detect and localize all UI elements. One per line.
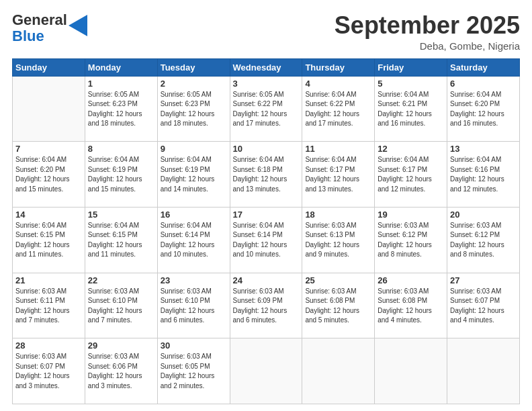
- day-number: 9: [161, 144, 227, 154]
- calendar-cell: 29Sunrise: 6:03 AMSunset: 6:06 PMDayligh…: [85, 338, 157, 404]
- day-info: Sunrise: 6:03 AMSunset: 6:10 PMDaylight:…: [88, 287, 154, 326]
- calendar-week-4: 21Sunrise: 6:03 AMSunset: 6:11 PMDayligh…: [13, 273, 520, 338]
- day-info: Sunrise: 6:05 AMSunset: 6:22 PMDaylight:…: [233, 90, 300, 129]
- calendar-cell: [375, 338, 447, 404]
- logo: General Blue: [12, 12, 87, 44]
- calendar-cell: 4Sunrise: 6:04 AMSunset: 6:22 PMDaylight…: [302, 76, 375, 142]
- logo-general: General: [12, 11, 67, 28]
- day-number: 23: [161, 275, 227, 285]
- logo-icon: [69, 15, 87, 36]
- day-info: Sunrise: 6:03 AMSunset: 6:10 PMDaylight:…: [161, 287, 227, 326]
- calendar-cell: 17Sunrise: 6:04 AMSunset: 6:14 PMDayligh…: [230, 207, 302, 273]
- calendar-cell: 22Sunrise: 6:03 AMSunset: 6:10 PMDayligh…: [85, 273, 157, 338]
- day-info: Sunrise: 6:04 AMSunset: 6:15 PMDaylight:…: [88, 221, 154, 260]
- day-number: 27: [450, 275, 517, 285]
- calendar-cell: 6Sunrise: 6:04 AMSunset: 6:20 PMDaylight…: [447, 76, 520, 142]
- col-thursday: Thursday: [302, 58, 375, 76]
- day-info: Sunrise: 6:04 AMSunset: 6:16 PMDaylight:…: [450, 155, 517, 194]
- calendar-cell: 24Sunrise: 6:03 AMSunset: 6:09 PMDayligh…: [230, 273, 302, 338]
- day-number: 19: [378, 210, 444, 220]
- day-info: Sunrise: 6:04 AMSunset: 6:19 PMDaylight:…: [161, 155, 227, 194]
- calendar-cell: 14Sunrise: 6:04 AMSunset: 6:15 PMDayligh…: [13, 207, 85, 273]
- col-friday: Friday: [375, 58, 447, 76]
- day-info: Sunrise: 6:03 AMSunset: 6:08 PMDaylight:…: [305, 287, 371, 326]
- calendar-cell: 9Sunrise: 6:04 AMSunset: 6:19 PMDaylight…: [157, 142, 230, 208]
- day-number: 8: [88, 144, 154, 154]
- day-info: Sunrise: 6:03 AMSunset: 6:08 PMDaylight:…: [378, 287, 444, 326]
- day-info: Sunrise: 6:04 AMSunset: 6:19 PMDaylight:…: [88, 155, 154, 194]
- day-info: Sunrise: 6:03 AMSunset: 6:13 PMDaylight:…: [305, 221, 371, 260]
- day-info: Sunrise: 6:04 AMSunset: 6:17 PMDaylight:…: [378, 155, 444, 194]
- day-number: 17: [233, 210, 300, 220]
- day-number: 24: [233, 275, 300, 285]
- col-monday: Monday: [85, 58, 157, 76]
- calendar-cell: 16Sunrise: 6:04 AMSunset: 6:14 PMDayligh…: [157, 207, 230, 273]
- day-info: Sunrise: 6:03 AMSunset: 6:05 PMDaylight:…: [161, 352, 227, 391]
- day-number: 12: [378, 144, 444, 154]
- calendar-week-5: 28Sunrise: 6:03 AMSunset: 6:07 PMDayligh…: [13, 338, 520, 404]
- col-saturday: Saturday: [447, 58, 520, 76]
- calendar-cell: 20Sunrise: 6:03 AMSunset: 6:12 PMDayligh…: [447, 207, 520, 273]
- day-number: 20: [450, 210, 517, 220]
- calendar-cell: 12Sunrise: 6:04 AMSunset: 6:17 PMDayligh…: [375, 142, 447, 208]
- day-info: Sunrise: 6:04 AMSunset: 6:14 PMDaylight:…: [161, 221, 227, 260]
- page: General Blue September 2025 Deba, Gombe,…: [0, 0, 532, 411]
- day-info: Sunrise: 6:03 AMSunset: 6:07 PMDaylight:…: [450, 287, 517, 326]
- day-number: 29: [88, 340, 154, 351]
- calendar-week-2: 7Sunrise: 6:04 AMSunset: 6:20 PMDaylight…: [13, 142, 520, 208]
- day-info: Sunrise: 6:03 AMSunset: 6:11 PMDaylight:…: [15, 287, 82, 326]
- day-number: 3: [233, 79, 300, 89]
- day-number: 6: [450, 79, 517, 89]
- calendar-week-3: 14Sunrise: 6:04 AMSunset: 6:15 PMDayligh…: [13, 207, 520, 273]
- calendar-cell: 1Sunrise: 6:05 AMSunset: 6:23 PMDaylight…: [85, 76, 157, 142]
- calendar-cell: [230, 338, 302, 404]
- calendar-cell: 30Sunrise: 6:03 AMSunset: 6:05 PMDayligh…: [157, 338, 230, 404]
- calendar-cell: 10Sunrise: 6:04 AMSunset: 6:18 PMDayligh…: [230, 142, 302, 208]
- calendar-cell: 23Sunrise: 6:03 AMSunset: 6:10 PMDayligh…: [157, 273, 230, 338]
- calendar-cell: 21Sunrise: 6:03 AMSunset: 6:11 PMDayligh…: [13, 273, 85, 338]
- day-number: 14: [15, 210, 82, 220]
- day-info: Sunrise: 6:03 AMSunset: 6:09 PMDaylight:…: [233, 287, 300, 326]
- day-number: 13: [450, 144, 517, 154]
- logo-text: General Blue: [12, 12, 67, 44]
- day-number: 4: [305, 79, 371, 89]
- title-section: September 2025 Deba, Gombe, Nigeria: [335, 12, 520, 52]
- day-number: 5: [378, 79, 444, 89]
- day-number: 7: [15, 144, 82, 154]
- col-wednesday: Wednesday: [230, 58, 302, 76]
- day-info: Sunrise: 6:04 AMSunset: 6:22 PMDaylight:…: [305, 90, 371, 129]
- calendar-cell: 3Sunrise: 6:05 AMSunset: 6:22 PMDaylight…: [230, 76, 302, 142]
- day-number: 30: [161, 340, 227, 351]
- day-info: Sunrise: 6:03 AMSunset: 6:07 PMDaylight:…: [15, 352, 82, 391]
- logo-blue: Blue: [12, 28, 44, 44]
- calendar-cell: 19Sunrise: 6:03 AMSunset: 6:12 PMDayligh…: [375, 207, 447, 273]
- header: General Blue September 2025 Deba, Gombe,…: [12, 12, 520, 52]
- calendar-cell: 25Sunrise: 6:03 AMSunset: 6:08 PMDayligh…: [302, 273, 375, 338]
- day-number: 21: [15, 275, 82, 285]
- calendar-cell: 7Sunrise: 6:04 AMSunset: 6:20 PMDaylight…: [13, 142, 85, 208]
- location: Deba, Gombe, Nigeria: [335, 40, 520, 52]
- day-info: Sunrise: 6:05 AMSunset: 6:23 PMDaylight:…: [161, 90, 227, 129]
- calendar-cell: 5Sunrise: 6:04 AMSunset: 6:21 PMDaylight…: [375, 76, 447, 142]
- day-number: 11: [305, 144, 371, 154]
- day-info: Sunrise: 6:03 AMSunset: 6:12 PMDaylight:…: [450, 221, 517, 260]
- calendar-cell: 18Sunrise: 6:03 AMSunset: 6:13 PMDayligh…: [302, 207, 375, 273]
- day-info: Sunrise: 6:03 AMSunset: 6:06 PMDaylight:…: [88, 352, 154, 391]
- day-info: Sunrise: 6:04 AMSunset: 6:20 PMDaylight:…: [15, 155, 82, 194]
- calendar-cell: [302, 338, 375, 404]
- calendar-cell: 26Sunrise: 6:03 AMSunset: 6:08 PMDayligh…: [375, 273, 447, 338]
- calendar-cell: [13, 76, 85, 142]
- day-info: Sunrise: 6:04 AMSunset: 6:17 PMDaylight:…: [305, 155, 371, 194]
- day-info: Sunrise: 6:04 AMSunset: 6:20 PMDaylight:…: [450, 90, 517, 129]
- day-info: Sunrise: 6:04 AMSunset: 6:14 PMDaylight:…: [233, 221, 300, 260]
- calendar-header-row: Sunday Monday Tuesday Wednesday Thursday…: [13, 58, 520, 76]
- day-number: 28: [15, 340, 82, 351]
- day-info: Sunrise: 6:04 AMSunset: 6:18 PMDaylight:…: [233, 155, 300, 194]
- calendar-cell: 13Sunrise: 6:04 AMSunset: 6:16 PMDayligh…: [447, 142, 520, 208]
- day-number: 15: [88, 210, 154, 220]
- day-number: 10: [233, 144, 300, 154]
- calendar-cell: 2Sunrise: 6:05 AMSunset: 6:23 PMDaylight…: [157, 76, 230, 142]
- calendar-cell: 28Sunrise: 6:03 AMSunset: 6:07 PMDayligh…: [13, 338, 85, 404]
- calendar-week-1: 1Sunrise: 6:05 AMSunset: 6:23 PMDaylight…: [13, 76, 520, 142]
- day-number: 16: [161, 210, 227, 220]
